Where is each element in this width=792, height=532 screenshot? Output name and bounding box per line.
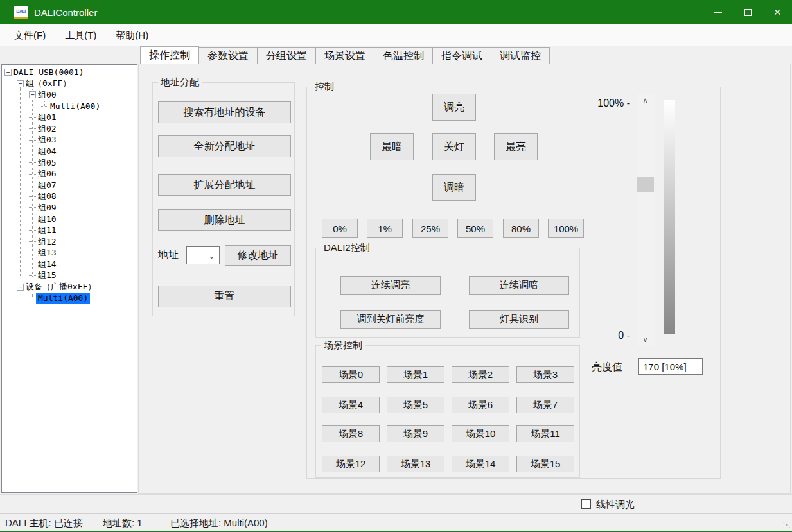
assign-new-address-button[interactable]: 全新分配地址: [158, 135, 291, 157]
tree-connector: [41, 106, 48, 107]
menu-tools[interactable]: 工具(T): [65, 30, 96, 42]
tree-connector: [29, 140, 36, 141]
window-title: DALIController: [34, 7, 97, 18]
tree-item-0xff[interactable]: −设备（广播0xFF）: [2, 281, 137, 293]
extend-assign-address-button[interactable]: 扩展分配地址: [158, 174, 291, 196]
brighten-button[interactable]: 调亮: [432, 94, 476, 121]
tree-collapse-icon[interactable]: −: [17, 284, 24, 291]
address-combobox[interactable]: ⌄: [186, 246, 220, 264]
scene-button-13[interactable]: 场景13: [387, 456, 444, 472]
tree-item-12[interactable]: 组12: [2, 236, 137, 248]
menu-file[interactable]: 文件(F): [14, 30, 46, 42]
continuous-dim-button[interactable]: 连续调暗: [469, 276, 569, 295]
tree-connector: [29, 241, 36, 242]
menu-help[interactable]: 帮助(H): [116, 30, 148, 42]
percent-button-50[interactable]: 50%: [457, 219, 493, 238]
tree-item-03[interactable]: 组03: [2, 135, 137, 146]
brightness-scrollbar[interactable]: ∧ ∨: [637, 94, 654, 346]
tree-collapse-icon[interactable]: −: [4, 69, 12, 76]
percent-button-80[interactable]: 80%: [503, 219, 539, 238]
tree-item-11[interactable]: 组11: [2, 225, 137, 236]
continuous-brighten-button[interactable]: 连续调亮: [340, 276, 441, 295]
tree-connector: [29, 230, 36, 231]
maximize-button[interactable]: [733, 0, 762, 24]
resize-grip[interactable]: ⋱: [782, 520, 790, 529]
delete-address-button[interactable]: 删除地址: [158, 209, 291, 231]
tree-item-07[interactable]: 组07: [2, 180, 137, 191]
scene-button-5[interactable]: 场景5: [387, 397, 444, 413]
tree-collapse-icon[interactable]: −: [17, 80, 24, 87]
tree-item-01[interactable]: 组01: [2, 112, 137, 123]
tree-connector: [29, 162, 36, 163]
modify-address-button[interactable]: 修改地址: [225, 245, 291, 266]
tab-parameter-settings[interactable]: 参数设置: [198, 47, 258, 64]
scene-button-4[interactable]: 场景4: [322, 397, 380, 413]
close-button[interactable]: ✕: [762, 0, 792, 24]
scene-button-2[interactable]: 场景2: [452, 366, 509, 383]
percent-button-25[interactable]: 25%: [412, 219, 448, 238]
tab-color-temp-control[interactable]: 色温控制: [374, 47, 433, 64]
scene-button-8[interactable]: 场景8: [322, 425, 380, 442]
tree-item-05[interactable]: 组05: [2, 157, 137, 169]
scroll-down-icon[interactable]: ∨: [637, 333, 654, 346]
percent-button-100[interactable]: 100%: [548, 219, 584, 238]
reset-button[interactable]: 重置: [158, 286, 291, 307]
scene-button-0[interactable]: 场景0: [322, 366, 380, 383]
tree-item-multia00[interactable]: Multi(A00): [2, 101, 137, 112]
scene-button-7[interactable]: 场景7: [516, 397, 574, 413]
tree-item-13[interactable]: 组13: [2, 248, 137, 259]
scroll-up-icon[interactable]: ∧: [637, 94, 654, 107]
scene-button-1[interactable]: 场景1: [387, 366, 444, 383]
tree-collapse-icon[interactable]: −: [29, 91, 36, 98]
tree-item-label: 组06: [36, 169, 58, 179]
lights-off-button[interactable]: 关灯: [432, 133, 476, 160]
linear-dimming-checkbox[interactable]: [581, 499, 591, 509]
search-addressed-devices-button[interactable]: 搜索有地址的设备: [158, 101, 291, 123]
tree-item-0xff[interactable]: −组（0xFF）: [2, 78, 137, 90]
tree-connector: [29, 185, 36, 185]
status-host: DALI 主机: 已连接: [5, 517, 83, 529]
footer-strip: [0, 494, 792, 513]
scene-button-12[interactable]: 场景12: [322, 456, 380, 472]
brightness-gradient-bar: [664, 100, 675, 334]
tab-operation-control[interactable]: 操作控制: [140, 46, 199, 64]
scene-button-15[interactable]: 场景15: [516, 456, 574, 472]
tree-item-14[interactable]: 组14: [2, 259, 137, 270]
tab-group-settings[interactable]: 分组设置: [257, 47, 316, 64]
tree-item-label: 组10: [36, 214, 58, 225]
percent-button-0[interactable]: 0%: [322, 219, 358, 238]
dim-button[interactable]: 调暗: [432, 174, 476, 201]
dimmest-button[interactable]: 最暗: [370, 133, 414, 160]
tree-item-09[interactable]: 组09: [2, 202, 137, 214]
tree-item-15[interactable]: 组15: [2, 270, 137, 282]
tree-item-10[interactable]: 组10: [2, 214, 137, 225]
tab-debug-monitor[interactable]: 调试监控: [491, 47, 550, 64]
tree-item-02[interactable]: 组02: [2, 123, 137, 135]
restore-pre-off-brightness-button[interactable]: 调到关灯前亮度: [340, 310, 441, 329]
brightest-button[interactable]: 最亮: [494, 133, 538, 160]
scene-control-group: 场景控制 场景0场景1场景2场景3场景4场景5场景6场景7场景8场景9场景10场…: [315, 345, 580, 478]
scene-button-3[interactable]: 场景3: [516, 366, 574, 383]
scene-button-6[interactable]: 场景6: [452, 397, 509, 413]
tab-scene-settings[interactable]: 场景设置: [315, 47, 374, 64]
scrollbar-thumb[interactable]: [637, 177, 654, 192]
tree-item-04[interactable]: 组04: [2, 146, 137, 157]
tree-item-08[interactable]: 组08: [2, 191, 137, 203]
scene-button-9[interactable]: 场景9: [387, 425, 444, 442]
tree-item-label: 组09: [36, 203, 58, 213]
tree-item-daliusb0001[interactable]: −DALI USB(0001): [2, 67, 137, 78]
luminaire-identify-button[interactable]: 灯具识别: [469, 310, 569, 329]
slider-max-label: 100% -: [588, 98, 630, 109]
scene-button-11[interactable]: 场景11: [516, 425, 574, 442]
tab-command-debug[interactable]: 指令调试: [432, 47, 491, 64]
minimize-button[interactable]: [703, 0, 733, 24]
status-selected-address: 已选择地址: Multi(A00): [170, 517, 268, 529]
tree-item-label: 设备（广播0xFF）: [24, 282, 98, 292]
tree-connector: [29, 275, 36, 276]
scene-button-10[interactable]: 场景10: [452, 425, 509, 442]
tree-item-multia00[interactable]: Multi(A00): [2, 293, 137, 304]
scene-button-14[interactable]: 场景14: [452, 456, 509, 472]
percent-button-1[interactable]: 1%: [367, 219, 403, 238]
tree-item-06[interactable]: 组06: [2, 168, 137, 180]
tree-item-00[interactable]: −组00: [2, 89, 137, 101]
